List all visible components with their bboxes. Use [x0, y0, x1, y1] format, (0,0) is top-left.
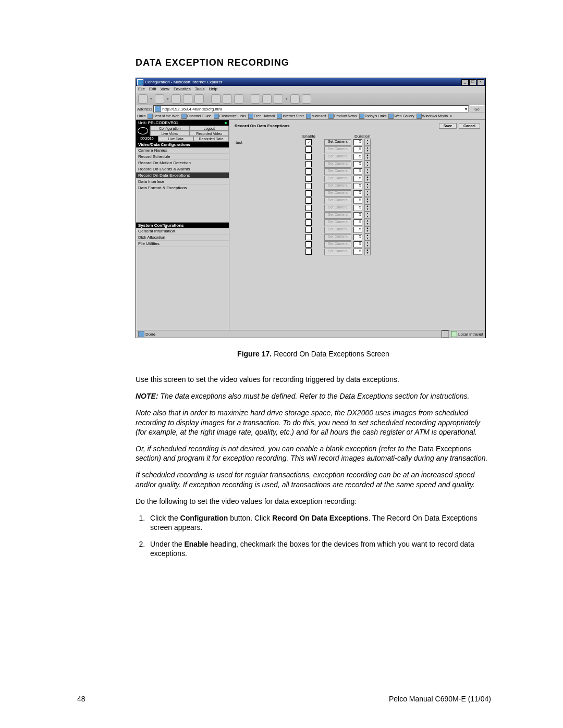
duration-input[interactable]: 5 — [353, 161, 362, 167]
set-camera-button[interactable]: Set Camera — [324, 241, 351, 248]
edit-button[interactable] — [274, 94, 283, 104]
set-camera-button[interactable]: Set Camera — [324, 146, 351, 153]
set-camera-button[interactable]: Set Camera — [324, 190, 351, 197]
duration-input[interactable]: 5 — [353, 168, 362, 175]
duration-input[interactable]: 5 — [353, 198, 362, 204]
address-dropdown-icon[interactable]: ▾ — [465, 107, 467, 112]
duration-spinner[interactable]: ▲▼ — [364, 190, 371, 197]
duration-input[interactable]: 5 — [353, 146, 362, 153]
enable-checkbox[interactable] — [305, 168, 312, 175]
duration-input[interactable]: 5 — [353, 249, 362, 255]
forward-button[interactable] — [155, 94, 164, 104]
set-camera-button[interactable]: Set Camera — [324, 161, 351, 168]
enable-checkbox[interactable] — [305, 198, 312, 204]
duration-spinner[interactable]: ▲▼ — [364, 146, 371, 153]
mail-button[interactable] — [251, 94, 260, 104]
duration-spinner[interactable]: ▲▼ — [364, 182, 371, 190]
stop-button[interactable] — [172, 94, 181, 104]
duration-spinner[interactable]: ▲▼ — [364, 139, 371, 146]
duration-input[interactable]: 5 — [353, 227, 362, 233]
duration-input[interactable]: 5 — [353, 234, 362, 240]
enable-checkbox[interactable] — [305, 227, 312, 233]
minimize-button[interactable]: _ — [461, 79, 469, 85]
go-button[interactable]: Go — [470, 105, 484, 113]
duration-spinner[interactable]: ▲▼ — [364, 168, 371, 175]
maximize-button[interactable]: □ — [469, 79, 476, 85]
recorded-data-button[interactable]: Recorded Data — [193, 136, 229, 142]
set-camera-button[interactable]: Set Camera — [324, 212, 351, 219]
duration-input[interactable]: 5 — [353, 241, 362, 248]
link-bestofweb[interactable]: Best of the Web — [148, 114, 179, 119]
save-button[interactable]: Save — [439, 123, 457, 129]
sidebar-item-fileutilities[interactable]: File Utilities — [136, 241, 229, 247]
duration-spinner[interactable]: ▲▼ — [364, 219, 371, 226]
configuration-button[interactable]: Configuration — [150, 126, 190, 131]
sidebar-item-diskallocation[interactable]: Disk Allocation — [136, 235, 229, 241]
sidebar-item-datainterface[interactable]: Data Interface — [136, 179, 229, 185]
set-camera-button[interactable]: Set Camera — [324, 234, 351, 241]
sidebar-item-recordschedule[interactable]: Record Schedule — [136, 154, 229, 160]
messenger-button[interactable] — [302, 94, 311, 104]
set-camera-button[interactable]: Set Camera — [324, 139, 351, 146]
set-camera-button[interactable]: Set Camera — [324, 176, 351, 182]
logout-button[interactable]: Logout — [190, 126, 229, 131]
print-button[interactable] — [262, 94, 272, 104]
link-microsoft[interactable]: Microsoft — [306, 114, 326, 119]
links-more-icon[interactable]: » — [450, 114, 452, 118]
search-button[interactable] — [211, 94, 221, 104]
duration-spinner[interactable]: ▲▼ — [364, 175, 371, 182]
link-freehotmail[interactable]: Free Hotmail — [248, 114, 275, 119]
set-camera-button[interactable]: Set Camera — [324, 168, 351, 175]
sidebar-item-cameranames[interactable]: Camera Names — [136, 147, 229, 154]
duration-input[interactable]: 5 — [353, 212, 362, 218]
recorded-video-button[interactable]: Recorded Video — [190, 131, 229, 136]
enable-checkbox[interactable] — [305, 190, 312, 196]
set-camera-button[interactable]: Set Camera — [324, 154, 351, 161]
duration-spinner[interactable]: ▲▼ — [364, 241, 371, 248]
enable-checkbox[interactable] — [305, 205, 312, 211]
refresh-button[interactable] — [183, 94, 192, 104]
history-button[interactable] — [234, 94, 243, 104]
link-customize[interactable]: Customize Links — [214, 114, 246, 119]
discuss-button[interactable] — [290, 94, 300, 104]
link-internetstart[interactable]: Internet Start — [277, 114, 303, 119]
enable-checkbox[interactable] — [305, 249, 312, 255]
enable-checkbox[interactable] — [305, 183, 312, 189]
live-video-button[interactable]: Live Video — [150, 131, 190, 136]
enable-checkbox[interactable] — [305, 219, 312, 226]
duration-input[interactable]: 5 — [353, 176, 362, 182]
set-camera-button[interactable]: Set Camera — [324, 205, 351, 212]
set-camera-button[interactable]: Set Camera — [324, 198, 351, 204]
back-button[interactable] — [138, 94, 148, 104]
set-camera-button[interactable]: Set Camera — [324, 227, 351, 233]
close-button[interactable]: × — [477, 79, 484, 85]
sidebar-item-dataformat[interactable]: Data Format & Exceptions — [136, 185, 229, 191]
menu-help[interactable]: Help — [209, 87, 217, 93]
menu-favorites[interactable]: Favorites — [174, 87, 191, 93]
home-button[interactable] — [194, 94, 204, 104]
address-input[interactable]: http://192.168.4.46/indexcfg.htm ▾ — [153, 105, 469, 113]
set-camera-button[interactable]: Set Camera — [324, 183, 351, 190]
duration-input[interactable]: 5 — [353, 205, 362, 211]
duration-input[interactable]: 5 — [353, 190, 362, 196]
live-data-button[interactable]: Live Data — [158, 136, 193, 142]
enable-checkbox[interactable] — [305, 212, 312, 218]
link-windowsmedia[interactable]: Windows Media — [417, 114, 448, 119]
duration-spinner[interactable]: ▲▼ — [364, 204, 371, 212]
link-channelguide[interactable]: Channel Guide — [181, 114, 212, 119]
enable-checkbox[interactable] — [305, 154, 312, 160]
link-productnews[interactable]: Product News — [328, 114, 357, 119]
enable-checkbox[interactable] — [305, 146, 312, 153]
enable-checkbox[interactable] — [305, 176, 312, 182]
duration-spinner[interactable]: ▲▼ — [364, 212, 371, 219]
favorites-button[interactable] — [223, 94, 232, 104]
menu-tools[interactable]: Tools — [195, 87, 205, 93]
duration-input[interactable]: 5 — [353, 219, 362, 226]
duration-spinner[interactable]: ▲▼ — [364, 248, 371, 255]
duration-spinner[interactable]: ▲▼ — [364, 161, 371, 168]
sidebar-item-motiondetection[interactable]: Record On Motion Detection — [136, 160, 229, 166]
duration-spinner[interactable]: ▲▼ — [364, 226, 371, 233]
set-camera-button[interactable]: Set Camera — [324, 249, 351, 255]
cancel-button[interactable]: Cancel — [459, 123, 480, 129]
menu-view[interactable]: View — [161, 87, 169, 93]
